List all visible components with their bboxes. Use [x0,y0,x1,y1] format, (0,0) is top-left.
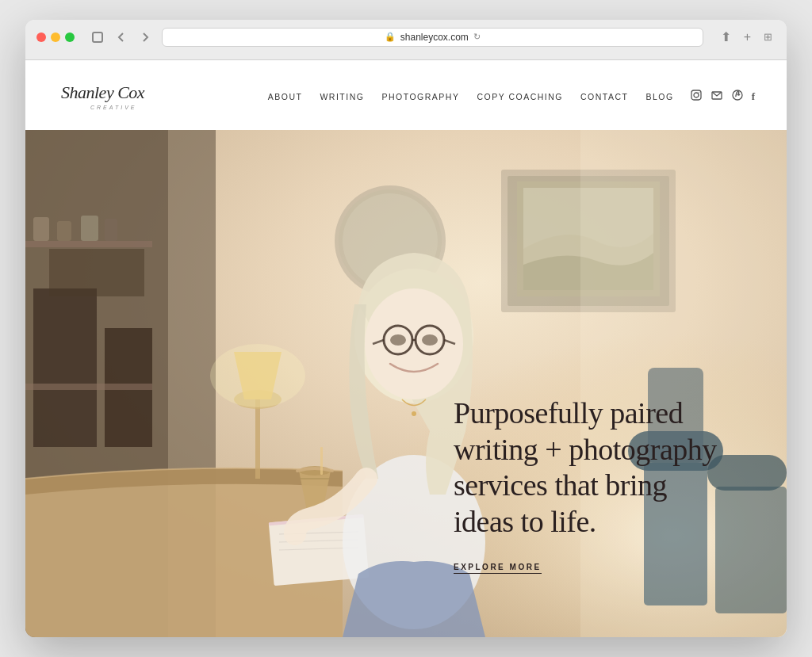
browser-window: 🔒 shanleycox.com ↻ ⬆ + ⊞ Shanley Cox CRE… [25,20,787,638]
share-button[interactable]: ⬆ [718,28,734,46]
svg-text:CREATIVE: CREATIVE [90,105,137,110]
svg-rect-18 [57,221,71,241]
svg-point-24 [210,344,305,407]
svg-rect-16 [25,384,152,390]
hero-section: Purposefully paired writing + photograph… [25,130,787,637]
url-text: shanleycox.com [400,32,469,43]
site-header: Shanley Cox CREATIVE About Writing Photo… [25,60,787,131]
nav-link-blog[interactable]: Blog [645,92,673,101]
forward-button[interactable] [136,30,154,44]
nav-link-copy-coaching[interactable]: Copy Coaching [477,92,563,101]
minimize-button[interactable] [51,32,60,42]
pinterest-icon[interactable] [731,89,744,104]
nav-link-photography[interactable]: Photography [381,92,459,101]
nav-link-writing[interactable]: Writing [320,92,364,101]
svg-rect-3 [691,90,701,100]
back-button[interactable] [113,30,130,44]
nav-link-contact[interactable]: Contact [580,92,628,101]
svg-point-54 [412,411,416,416]
svg-rect-21 [255,399,260,479]
nav-social-links: f [690,89,755,104]
window-button[interactable] [89,30,106,44]
main-nav: About Writing Photography Copy Coaching … [268,89,755,104]
hero-headline: Purposefully paired writing + photograph… [454,395,723,540]
browser-action-buttons: ⬆ + ⊞ [718,28,776,46]
svg-point-46 [365,288,463,399]
maximize-button[interactable] [65,32,75,42]
svg-rect-0 [93,32,102,42]
new-tab-button[interactable]: + [741,29,754,46]
svg-rect-14 [49,249,144,296]
svg-point-4 [694,93,699,97]
svg-point-52 [390,334,406,346]
browser-controls [89,30,154,44]
tabs-button[interactable]: ⊞ [760,29,776,44]
nav-links: About Writing Photography Copy Coaching … [268,92,674,101]
browser-chrome: 🔒 shanleycox.com ↻ ⬆ + ⊞ [25,20,787,60]
svg-rect-17 [33,217,49,241]
email-icon[interactable] [710,89,723,104]
svg-text:Shanley Cox: Shanley Cox [61,82,145,102]
svg-point-53 [422,334,438,346]
svg-rect-19 [81,216,98,241]
instagram-icon[interactable] [690,89,703,104]
refresh-icon: ↻ [473,32,481,42]
nav-link-about[interactable]: About [268,92,303,101]
hero-content: Purposefully paired writing + photograph… [454,395,723,574]
facebook-icon[interactable]: f [752,90,755,103]
security-lock-icon: 🔒 [385,32,396,42]
logo-script-text: Shanley Cox CREATIVE [57,74,168,120]
svg-rect-15 [25,241,152,247]
site-logo[interactable]: Shanley Cox CREATIVE [57,74,168,120]
svg-rect-20 [105,219,117,241]
traffic-lights [36,32,75,42]
svg-rect-26 [320,447,323,475]
close-button[interactable] [36,32,46,42]
address-bar[interactable]: 🔒 shanleycox.com ↻ [162,28,703,47]
logo-svg: Shanley Cox CREATIVE [57,74,168,114]
svg-point-5 [699,92,699,93]
explore-more-button[interactable]: Explore More [454,563,542,574]
svg-rect-12 [33,288,97,447]
website-content: Shanley Cox CREATIVE About Writing Photo… [25,60,787,638]
